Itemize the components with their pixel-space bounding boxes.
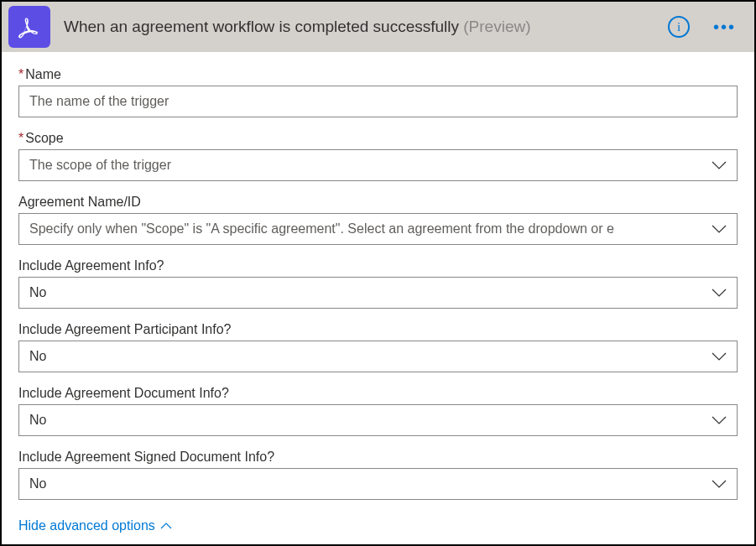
field-include-document-info: Include Agreement Document Info? No	[18, 386, 738, 436]
field-agreement-id: Agreement Name/ID Specify only when "Sco…	[18, 195, 738, 245]
preview-badge: (Preview)	[463, 18, 530, 35]
scope-select[interactable]: The scope of the trigger	[18, 149, 738, 181]
chevron-down-icon	[712, 224, 727, 234]
field-name: *Name	[18, 67, 738, 117]
agreement-id-select[interactable]: Specify only when "Scope" is "A specific…	[18, 213, 738, 245]
include-document-info-select[interactable]: No	[18, 404, 738, 436]
card-header: When an agreement workflow is completed …	[2, 2, 754, 52]
chevron-down-icon	[712, 160, 727, 170]
info-icon[interactable]: i	[668, 16, 690, 38]
chevron-down-icon	[712, 415, 727, 425]
field-include-agreement-info: Include Agreement Info? No	[18, 258, 738, 309]
field-label: Include Agreement Participant Info?	[18, 322, 738, 337]
chevron-down-icon	[712, 479, 727, 489]
more-menu-icon[interactable]: •••	[713, 18, 741, 37]
include-signed-document-info-select[interactable]: No	[18, 468, 738, 500]
chevron-down-icon	[712, 288, 727, 298]
field-label: Agreement Name/ID	[18, 195, 738, 210]
chevron-down-icon	[712, 351, 727, 361]
include-participant-info-select[interactable]: No	[18, 341, 738, 372]
field-include-signed-document-info: Include Agreement Signed Document Info? …	[18, 450, 738, 500]
field-label: Include Agreement Document Info?	[18, 386, 738, 401]
card-body: *Name *Scope The scope of the trigger Ag…	[2, 52, 754, 546]
field-label: Include Agreement Info?	[18, 258, 738, 273]
field-include-participant-info: Include Agreement Participant Info? No	[18, 322, 738, 372]
header-actions: i •••	[668, 16, 741, 38]
include-agreement-info-select[interactable]: No	[18, 277, 738, 309]
field-scope: *Scope The scope of the trigger	[18, 131, 738, 181]
field-label: *Scope	[18, 131, 738, 146]
card-title: When an agreement workflow is completed …	[64, 18, 668, 36]
chevron-up-icon	[160, 522, 172, 530]
hide-advanced-options-link[interactable]: Hide advanced options	[18, 518, 172, 533]
adobe-acrobat-icon	[16, 13, 43, 40]
name-input[interactable]	[18, 86, 738, 117]
field-label: Include Agreement Signed Document Info?	[18, 450, 738, 465]
field-label: *Name	[18, 67, 738, 82]
connector-icon	[8, 6, 50, 48]
